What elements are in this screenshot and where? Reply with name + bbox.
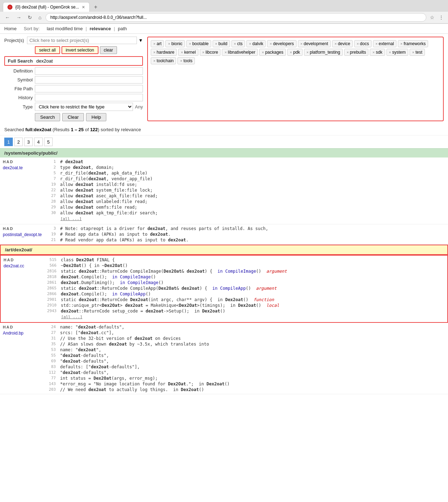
code-line: 28allow dex2oat unlabeled:file read; — [43, 199, 448, 204]
file-link[interactable]: Android.bp — [3, 331, 23, 336]
tag-sdk[interactable]: ×sdk — [370, 49, 385, 56]
tag-remove-icon[interactable]: × — [347, 50, 349, 54]
tag-remove-icon[interactable]: × — [412, 50, 414, 54]
tag-remove-icon[interactable]: × — [290, 50, 292, 54]
page-3[interactable]: 3 — [24, 138, 33, 146]
tag-cts[interactable]: ×cts — [231, 40, 245, 47]
code-line: 2818dex2oat.Compile(); in CompileImage() — [43, 274, 447, 280]
bookmark-icon[interactable]: ☆ — [428, 14, 436, 21]
menu-icon[interactable]: ⋮ — [437, 14, 445, 21]
tag-remove-icon[interactable]: × — [224, 50, 226, 54]
file-link[interactable]: postinstall_dexopt.te — [3, 232, 42, 237]
refresh-button[interactable]: ↻ — [26, 14, 34, 21]
select-all-button[interactable]: select all — [35, 46, 60, 54]
tag-external[interactable]: ×external — [373, 40, 396, 47]
tag-remove-icon[interactable]: × — [181, 50, 183, 54]
tag-frameworks[interactable]: ×frameworks — [398, 40, 428, 47]
tag-remove-icon[interactable]: × — [400, 42, 402, 46]
full-search-input[interactable] — [35, 58, 142, 64]
all-link[interactable]: [all ...] — [43, 314, 447, 321]
tag-platform_testing[interactable]: ×platform_testing — [304, 49, 343, 56]
tag-remove-icon[interactable]: × — [215, 42, 217, 46]
url-bar[interactable] — [46, 13, 426, 22]
project-label: Project(s) — [4, 38, 24, 43]
tag-remove-icon[interactable]: × — [168, 42, 170, 46]
tag-bionic[interactable]: ×bionic — [165, 40, 185, 47]
clear-button[interactable]: Clear — [62, 113, 84, 121]
file-link[interactable]: dex2oat.te — [3, 165, 23, 170]
symbol-input[interactable] — [35, 76, 143, 84]
tag-remove-icon[interactable]: × — [249, 42, 251, 46]
sort-path[interactable]: path — [118, 26, 127, 31]
filepath-input[interactable] — [35, 85, 143, 92]
tag-remove-icon[interactable]: × — [270, 42, 272, 46]
home-link[interactable]: Home — [4, 26, 17, 31]
tag-remove-icon[interactable]: × — [189, 42, 191, 46]
tag-remove-icon[interactable]: × — [262, 50, 264, 54]
code-line: 112"dex2oat-defaults", — [43, 370, 448, 375]
tag-pdk[interactable]: ×pdk — [287, 49, 303, 56]
page-5[interactable]: 5 — [44, 138, 53, 146]
sort-modified[interactable]: last modified time — [47, 26, 82, 31]
tag-docs[interactable]: ×docs — [354, 40, 372, 47]
tag-remove-icon[interactable]: × — [300, 42, 303, 46]
forward-button[interactable]: → — [14, 14, 23, 21]
tag-remove-icon[interactable]: × — [375, 42, 378, 46]
home-button[interactable]: ⌂ — [36, 14, 43, 21]
result-meta: HADpostinstall_dexopt.te — [0, 224, 43, 244]
history-input[interactable] — [35, 94, 143, 101]
back-button[interactable]: ← — [3, 14, 12, 21]
invert-selection-button[interactable]: invert selection — [62, 46, 98, 54]
tag-art[interactable]: ×art — [151, 40, 164, 47]
tag-remove-icon[interactable]: × — [306, 50, 309, 54]
clear-projects-button[interactable]: clear — [100, 46, 117, 54]
tag-hardware[interactable]: ×hardware — [151, 49, 177, 56]
tag-bootable[interactable]: ×bootable — [186, 40, 211, 47]
tag-remove-icon[interactable]: × — [202, 50, 204, 54]
tag-remove-icon[interactable]: × — [335, 42, 337, 46]
history-label: History — [4, 95, 33, 100]
tag-toolchain[interactable]: ×toolchain — [151, 57, 176, 64]
tag-remove-icon[interactable]: × — [357, 42, 359, 46]
line-number: 2866 — [45, 292, 61, 297]
tag-device[interactable]: ×device — [332, 40, 353, 47]
type-label: Type — [4, 104, 33, 110]
tag-remove-icon[interactable]: × — [153, 59, 155, 63]
project-dropdown-arrow[interactable]: ▼ — [138, 38, 143, 43]
tag-packages[interactable]: ×packages — [259, 49, 286, 56]
tag-remove-icon[interactable]: × — [389, 50, 391, 54]
tag-tools[interactable]: ×tools — [177, 57, 195, 64]
new-tab-button[interactable]: + — [91, 2, 100, 12]
tag-dalvik[interactable]: ×dalvik — [246, 40, 266, 47]
page-2[interactable]: 2 — [14, 138, 23, 146]
all-link[interactable]: [all ...] — [43, 216, 448, 223]
active-tab[interactable]: {0} dex2oat (full) - OpenGrok se... ✕ — [3, 2, 90, 12]
tag-libnativehelper[interactable]: ×libnativehelper — [222, 49, 258, 56]
type-dropdown[interactable]: Click here to restrict the file type — [35, 103, 133, 111]
tag-prebuilts[interactable]: ×prebuilts — [344, 49, 369, 56]
definition-input[interactable] — [35, 67, 143, 75]
project-input[interactable] — [27, 37, 137, 44]
tag-system[interactable]: ×system — [386, 49, 408, 56]
tag-remove-icon[interactable]: × — [372, 50, 374, 54]
tag-libcore[interactable]: ×libcore — [200, 49, 221, 56]
tag-developers[interactable]: ×developers — [267, 40, 296, 47]
page-4[interactable]: 4 — [34, 138, 43, 146]
tag-remove-icon[interactable]: × — [180, 59, 182, 63]
tag-kernel[interactable]: ×kernel — [178, 49, 198, 56]
file-link[interactable]: dex2oat.cc — [4, 263, 24, 268]
search-button[interactable]: Search — [35, 113, 60, 121]
tag-remove-icon[interactable]: × — [153, 42, 155, 46]
result-meta: HADAndroid.bp — [0, 323, 43, 394]
tab-close-icon[interactable]: ✕ — [82, 5, 85, 10]
line-number: 2818 — [45, 274, 61, 279]
tag-remove-icon[interactable]: × — [153, 50, 155, 54]
line-content: # dex2oat — [60, 159, 83, 164]
tag-remove-icon[interactable]: × — [234, 42, 236, 46]
sort-relevance[interactable]: relevance — [90, 26, 111, 31]
page-1[interactable]: 1 — [4, 138, 13, 146]
help-button[interactable]: Help — [86, 113, 106, 121]
tag-test[interactable]: ×test — [410, 49, 425, 56]
tag-build[interactable]: ×build — [213, 40, 230, 47]
tag-development[interactable]: ×development — [298, 40, 331, 47]
